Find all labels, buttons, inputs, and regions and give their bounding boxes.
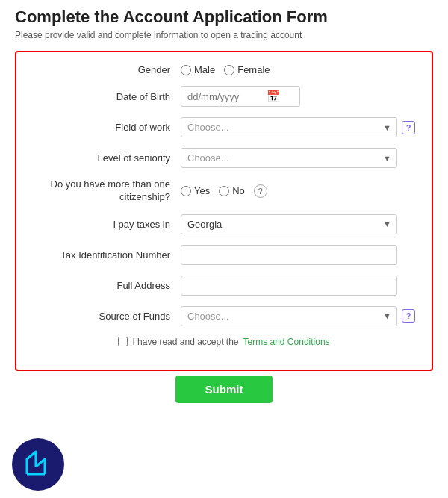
source-of-funds-label: Source of Funds [31, 311, 181, 322]
source-of-funds-select[interactable]: Choose... [181, 306, 397, 326]
gender-female-option[interactable]: Female [224, 64, 270, 75]
logo-icon [19, 446, 57, 483]
terms-text: I have read and accept the [132, 337, 238, 347]
terms-row: I have read and accept the Terms and Con… [31, 337, 417, 347]
source-of-funds-row: Source of Funds Choose... ▼ ? [31, 306, 417, 326]
terms-link[interactable]: Terms and Conditions [243, 337, 330, 347]
citizenship-label-line1: Do you have more than one [51, 178, 170, 190]
tax-id-controls [181, 245, 417, 265]
address-input[interactable] [181, 276, 397, 296]
logo-circle [12, 438, 64, 491]
tax-country-controls: Georgia ▼ [181, 214, 417, 234]
page-subtitle: Please provide valid and complete inform… [15, 30, 433, 40]
address-row: Full Address [31, 276, 417, 296]
seniority-row: Level of seniority Choose... ▼ [31, 148, 417, 168]
citizenship-label: Do you have more than one citizenship? [31, 178, 181, 204]
tax-country-select[interactable]: Georgia [181, 214, 397, 234]
submit-row: Submit [15, 376, 433, 403]
dob-input-wrapper[interactable]: 📅 [181, 86, 300, 107]
tax-id-label: Tax Identification Number [31, 249, 181, 261]
address-controls [181, 276, 417, 296]
dob-controls: 📅 [181, 86, 417, 107]
dob-label: Date of Birth [31, 91, 181, 102]
field-of-work-label: Field of work [31, 122, 181, 133]
source-of-funds-controls: Choose... ▼ ? [181, 306, 417, 326]
citizenship-yes-radio[interactable] [181, 186, 191, 196]
dob-input[interactable] [187, 91, 262, 102]
tax-country-select-wrapper: Georgia ▼ [181, 214, 397, 234]
citizenship-yes-label: Yes [194, 185, 210, 196]
tax-country-label: I pay taxes in [31, 219, 181, 230]
gender-radio-group: Male Female [181, 64, 270, 75]
source-of-funds-help-icon[interactable]: ? [402, 309, 415, 323]
citizenship-row: Do you have more than one citizenship? Y… [31, 178, 417, 204]
gender-row: Gender Male Female [31, 64, 417, 75]
citizenship-help-icon[interactable]: ? [254, 184, 267, 198]
gender-female-label: Female [237, 64, 270, 75]
gender-male-option[interactable]: Male [181, 64, 215, 75]
citizenship-no-radio[interactable] [219, 186, 229, 196]
citizenship-yes-option[interactable]: Yes [181, 185, 210, 196]
citizenship-label-line2: citizenship? [119, 191, 170, 202]
seniority-label: Level of seniority [31, 152, 181, 164]
field-of-work-help-icon[interactable]: ? [402, 121, 415, 134]
field-of-work-controls: Choose... ▼ ? [181, 117, 417, 137]
tax-country-row: I pay taxes in Georgia ▼ [31, 214, 417, 234]
calendar-icon: 📅 [267, 90, 281, 103]
page-title: Complete the Account Application Form [15, 7, 433, 27]
page-wrapper: Complete the Account Application Form Pl… [0, 0, 448, 418]
seniority-controls: Choose... ▼ [181, 148, 417, 168]
citizenship-radio-group: Yes No ? [181, 184, 267, 198]
field-of-work-select[interactable]: Choose... [181, 117, 397, 137]
field-of-work-select-wrapper: Choose... ▼ [181, 117, 397, 137]
seniority-select-wrapper: Choose... ▼ [181, 148, 397, 168]
gender-female-radio[interactable] [224, 65, 234, 75]
field-of-work-row: Field of work Choose... ▼ ? [31, 117, 417, 137]
address-label: Full Address [31, 280, 181, 291]
terms-checkbox[interactable] [118, 337, 128, 346]
account-form: Gender Male Female Date of Birth [15, 51, 433, 371]
source-of-funds-select-wrapper: Choose... ▼ [181, 306, 397, 326]
citizenship-no-label: No [232, 185, 245, 196]
citizenship-no-option[interactable]: No [219, 185, 245, 196]
gender-label: Gender [31, 64, 181, 75]
dob-row: Date of Birth 📅 [31, 86, 417, 107]
gender-male-label: Male [194, 64, 215, 75]
gender-male-radio[interactable] [181, 65, 191, 75]
seniority-select[interactable]: Choose... [181, 148, 397, 168]
gender-controls: Male Female [181, 64, 417, 75]
citizenship-controls: Yes No ? [181, 184, 417, 198]
submit-button[interactable]: Submit [175, 376, 273, 403]
tax-id-input[interactable] [181, 245, 397, 265]
tax-id-row: Tax Identification Number [31, 245, 417, 265]
